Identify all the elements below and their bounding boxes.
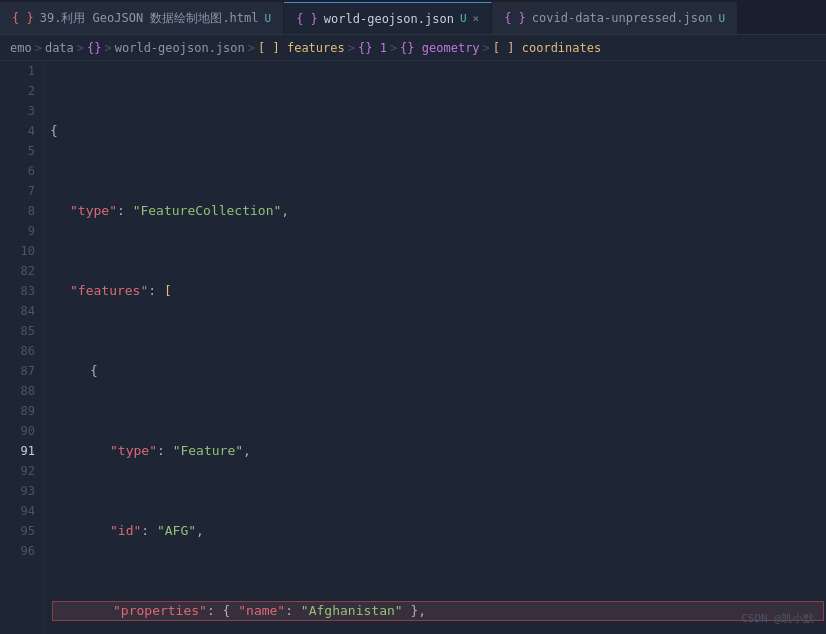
ln-91: 91 xyxy=(4,441,35,461)
bc-data[interactable]: data xyxy=(45,41,74,55)
ln-9: 9 xyxy=(4,221,35,241)
code-line-4: { xyxy=(50,361,826,381)
ln-5: 5 xyxy=(4,141,35,161)
tab-covid-modified: U xyxy=(718,12,725,25)
editor: 1 2 3 4 5 6 7 8 9 10 82 83 84 85 86 87 8… xyxy=(0,61,826,634)
ln-83: 83 xyxy=(4,281,35,301)
ln-96: 96 xyxy=(4,541,35,561)
ln-10: 10 xyxy=(4,241,35,261)
tab-html-icon: { } xyxy=(12,11,34,25)
tab-world-icon: { } xyxy=(296,12,318,26)
ln-84: 84 xyxy=(4,301,35,321)
tab-html-label: 39.利用 GeoJSON 数据绘制地图.html xyxy=(40,10,259,27)
ln-89: 89 xyxy=(4,401,35,421)
ln-3: 3 xyxy=(4,101,35,121)
ln-82: 82 xyxy=(4,261,35,281)
bc-geometry[interactable]: {} geometry xyxy=(400,41,479,55)
tab-world-close[interactable]: × xyxy=(473,12,480,25)
tab-world-modified: U xyxy=(460,12,467,25)
code-line-7: "properties": { "name": "Afghanistan" }, xyxy=(52,601,824,621)
tab-html-modified: U xyxy=(265,12,272,25)
tab-world-label: world-geojson.json xyxy=(324,12,454,26)
ln-93: 93 xyxy=(4,481,35,501)
code-area: { "type": "FeatureCollection", "features… xyxy=(44,61,826,634)
ln-87: 87 xyxy=(4,361,35,381)
ln-85: 85 xyxy=(4,321,35,341)
ln-6: 6 xyxy=(4,161,35,181)
line-numbers: 1 2 3 4 5 6 7 8 9 10 82 83 84 85 86 87 8… xyxy=(0,61,44,634)
tab-html[interactable]: { } 39.利用 GeoJSON 数据绘制地图.html U xyxy=(0,2,284,34)
code-line-2: "type": "FeatureCollection", xyxy=(50,201,826,221)
bc-1[interactable]: {} 1 xyxy=(358,41,387,55)
ln-88: 88 xyxy=(4,381,35,401)
ln-8: 8 xyxy=(4,201,35,221)
ln-2: 2 xyxy=(4,81,35,101)
ln-7: 7 xyxy=(4,181,35,201)
ln-86: 86 xyxy=(4,341,35,361)
tab-bar: { } 39.利用 GeoJSON 数据绘制地图.html U { } worl… xyxy=(0,0,826,35)
bc-obj1[interactable]: {} xyxy=(87,41,101,55)
bc-features[interactable]: [ ] features xyxy=(258,41,345,55)
ln-92: 92 xyxy=(4,461,35,481)
tab-covid-icon: { } xyxy=(504,11,526,25)
watermark: CSDN @凯小默 xyxy=(741,611,814,626)
code-line-3: "features": [ xyxy=(50,281,826,301)
code-line-6: "id": "AFG", xyxy=(50,521,826,541)
bc-coordinates[interactable]: [ ] coordinates xyxy=(493,41,601,55)
ln-95: 95 xyxy=(4,521,35,541)
bc-filename[interactable]: world-geojson.json xyxy=(115,41,245,55)
ln-1: 1 xyxy=(4,61,35,81)
ln-90: 90 xyxy=(4,421,35,441)
tab-covid[interactable]: { } covid-data-unpressed.json U xyxy=(492,2,738,34)
bc-emo[interactable]: emo xyxy=(10,41,32,55)
ln-4: 4 xyxy=(4,121,35,141)
code-line-1: { xyxy=(50,121,826,141)
ln-94: 94 xyxy=(4,501,35,521)
tab-covid-label: covid-data-unpressed.json xyxy=(532,11,713,25)
code-line-5: "type": "Feature", xyxy=(50,441,826,461)
tab-world-json[interactable]: { } world-geojson.json U × xyxy=(284,2,492,34)
breadcrumb: emo > data > {} > world-geojson.json > [… xyxy=(0,35,826,61)
